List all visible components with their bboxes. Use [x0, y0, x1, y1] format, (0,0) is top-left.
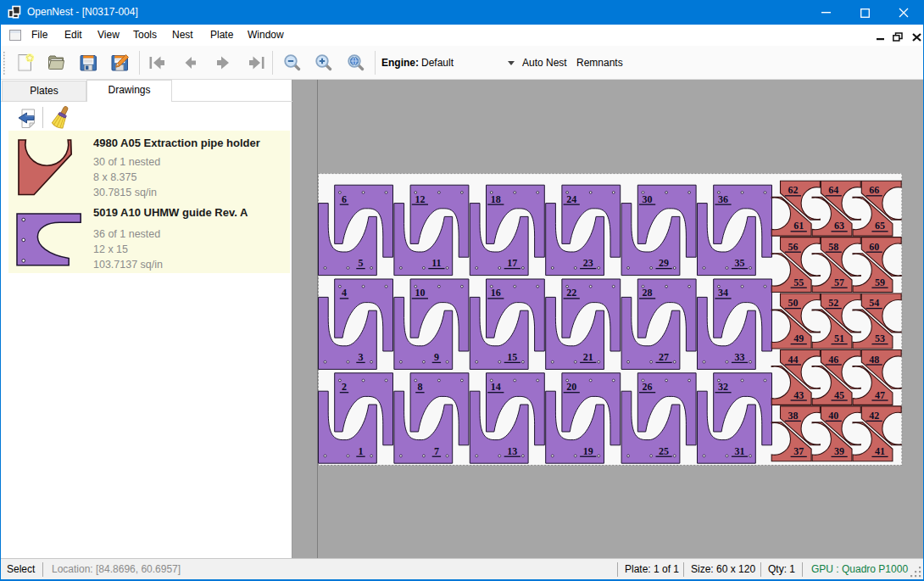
svg-text:31: 31	[735, 445, 745, 457]
svg-text:25: 25	[659, 445, 669, 457]
svg-text:66: 66	[869, 184, 879, 196]
svg-text:64: 64	[828, 184, 838, 196]
svg-text:9: 9	[434, 351, 439, 363]
svg-text:65: 65	[875, 220, 885, 232]
svg-text:26: 26	[643, 381, 653, 393]
svg-text:14: 14	[491, 381, 501, 393]
svg-text:3: 3	[359, 351, 364, 363]
svg-text:42: 42	[869, 410, 879, 422]
svg-text:52: 52	[828, 297, 838, 309]
svg-text:17: 17	[507, 257, 517, 269]
svg-text:22: 22	[566, 287, 576, 299]
svg-text:54: 54	[869, 297, 879, 309]
svg-text:11: 11	[431, 257, 441, 269]
svg-text:10: 10	[415, 287, 425, 299]
svg-text:40: 40	[828, 410, 838, 422]
svg-text:29: 29	[659, 257, 669, 269]
svg-text:8: 8	[417, 381, 422, 393]
svg-text:20: 20	[566, 381, 576, 393]
svg-text:44: 44	[788, 354, 798, 366]
svg-text:47: 47	[875, 389, 885, 401]
svg-text:45: 45	[834, 389, 844, 401]
svg-text:38: 38	[788, 410, 798, 422]
svg-text:61: 61	[793, 220, 804, 232]
svg-text:50: 50	[788, 297, 798, 309]
svg-text:1: 1	[359, 445, 364, 457]
svg-text:4: 4	[342, 287, 347, 299]
svg-text:13: 13	[507, 445, 517, 457]
svg-text:16: 16	[491, 287, 501, 299]
svg-text:5: 5	[359, 257, 364, 269]
svg-text:43: 43	[793, 389, 804, 401]
svg-text:63: 63	[834, 220, 844, 232]
svg-text:21: 21	[583, 351, 593, 363]
svg-text:39: 39	[834, 445, 844, 457]
svg-text:48: 48	[869, 354, 879, 366]
svg-text:24: 24	[566, 193, 576, 205]
svg-text:27: 27	[659, 351, 669, 363]
svg-text:2: 2	[342, 381, 347, 393]
svg-text:41: 41	[875, 445, 885, 457]
svg-text:46: 46	[828, 354, 838, 366]
svg-text:51: 51	[834, 332, 844, 344]
svg-text:23: 23	[583, 257, 593, 269]
svg-text:55: 55	[793, 277, 804, 288]
svg-text:35: 35	[735, 257, 745, 269]
svg-text:7: 7	[434, 445, 439, 457]
svg-text:34: 34	[718, 287, 728, 299]
svg-text:12: 12	[415, 193, 425, 205]
svg-text:57: 57	[834, 277, 844, 288]
svg-text:49: 49	[793, 332, 804, 344]
svg-text:58: 58	[828, 241, 838, 253]
svg-text:30: 30	[643, 193, 653, 205]
svg-text:15: 15	[507, 351, 517, 363]
svg-text:18: 18	[491, 193, 501, 205]
svg-text:33: 33	[735, 351, 745, 363]
svg-text:28: 28	[643, 287, 653, 299]
svg-text:19: 19	[583, 445, 593, 457]
svg-text:60: 60	[869, 241, 879, 253]
svg-text:62: 62	[788, 184, 798, 196]
svg-text:6: 6	[342, 193, 347, 205]
svg-text:56: 56	[788, 241, 798, 253]
svg-text:53: 53	[875, 332, 885, 344]
svg-text:36: 36	[718, 193, 728, 205]
svg-text:32: 32	[718, 381, 728, 393]
svg-text:59: 59	[875, 277, 885, 288]
svg-text:37: 37	[793, 445, 804, 457]
